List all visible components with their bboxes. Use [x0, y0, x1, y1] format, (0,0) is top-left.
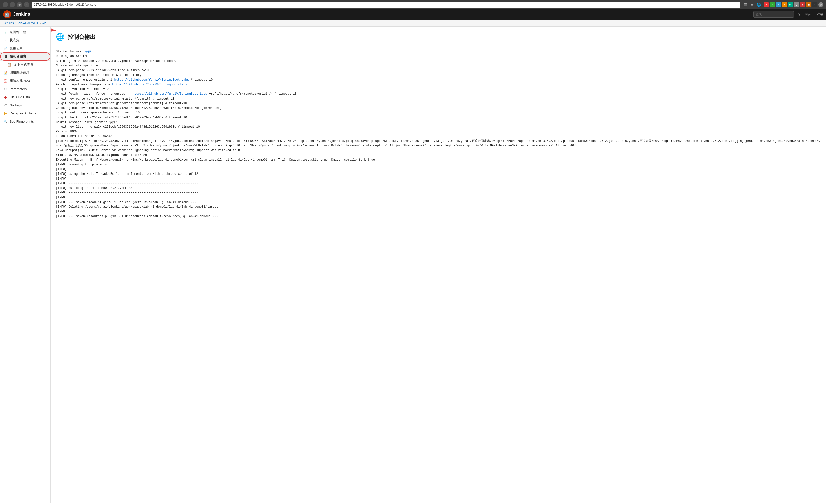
ext1-icon[interactable]: V [764, 2, 769, 7]
edit-icon: 📝 [3, 70, 8, 75]
header-user-links: 芋芬 | 注销 [805, 12, 823, 16]
browser-extensions: V N ✓ 7 on J ● ■ ♦ ☺ [764, 2, 823, 7]
ext2-icon[interactable]: N [770, 2, 775, 7]
console-title: 控制台输出 [68, 33, 96, 41]
bookmark-icon[interactable]: ★ [750, 2, 755, 7]
ext7-icon[interactable]: ● [800, 2, 805, 7]
sidebar-label-status: 状态集 [10, 38, 19, 43]
logout-link[interactable]: 注销 [817, 12, 823, 16]
sidebar-item-redeploy[interactable]: ▶ Redeploy Artifacts [0, 109, 50, 117]
ext4-icon[interactable]: 7 [782, 2, 787, 7]
reload-button[interactable]: ↻ [17, 2, 22, 7]
sidebar-label-delete: 删除构建 '#23' [10, 78, 31, 83]
jenkins-logo[interactable]: 🤖 Jenkins [3, 10, 30, 18]
forward-button[interactable]: → [10, 2, 15, 7]
sidebar-label-redeploy: Redeploy Artifacts [10, 112, 36, 115]
ext5-icon[interactable]: on [788, 2, 793, 7]
status-icon: ⚬ [3, 38, 8, 43]
sidebar-item-delete[interactable]: 🚫 删除构建 '#23' [0, 77, 50, 85]
jenkins-title: Jenkins [13, 12, 30, 17]
sidebar-item-console[interactable]: 🖥 控制台输出 [0, 52, 50, 61]
sidebar-item-changelog[interactable]: 📄 变更记录 [0, 44, 50, 52]
sidebar-label-params: Parameters [10, 87, 26, 91]
back-button[interactable]: ← [3, 2, 8, 7]
fingerprint-icon: 🔍 [3, 119, 8, 124]
git-url-link3[interactable]: https://github.com/YunaiV/SpringBoot-Lab… [132, 92, 207, 96]
help-icon[interactable]: ? [797, 12, 802, 17]
line-started-by: Started by user 芋芬 Running as SYSTEM Bui… [56, 50, 820, 218]
return-icon: ↑ [3, 30, 8, 35]
sidebar-label-git: Git Build Data [10, 95, 30, 99]
browser-actions: ☰ ★ 🌐 [743, 2, 761, 7]
browser-bar: ← → ↻ ⌂ 127.0.0.1:8080/job/lab-41-demo01… [0, 0, 826, 9]
sidebar-label-changelog: 变更记录 [10, 46, 23, 51]
breadcrumb-jenkins[interactable]: Jenkins [4, 21, 14, 25]
jenkins-logo-icon: 🤖 [3, 10, 11, 18]
header-separator: | [814, 13, 814, 16]
breadcrumb-job[interactable]: lab-41-demo01 [18, 21, 39, 25]
sidebar-label-textview: 文本方式查看 [14, 62, 34, 67]
textview-icon: 📋 [7, 62, 12, 67]
globe-decoration: 🌐 [56, 33, 65, 41]
console-area: 🌐 控制台输出 Started by user 芋芬 Running as SY… [51, 26, 826, 503]
sidebar-item-fingerprint[interactable]: 🔍 See Fingerprints [0, 117, 50, 125]
breadcrumb-sep1: › [15, 21, 16, 25]
ext9-icon[interactable]: ♦ [812, 2, 817, 7]
delete-icon: 🚫 [3, 78, 8, 83]
sidebar-item-status[interactable]: ⚬ 状态集 [0, 36, 50, 44]
breadcrumb-build[interactable]: #23 [42, 21, 47, 25]
git-icon: ◆ [3, 95, 8, 99]
ext3-icon[interactable]: ✓ [776, 2, 781, 7]
console-icon: 🖥 [3, 54, 8, 59]
redeploy-icon: ▶ [3, 111, 8, 116]
breadcrumb: Jenkins › lab-41-demo01 › #23 [0, 20, 826, 26]
user-link[interactable]: 芋芬 [805, 12, 811, 16]
changelog-icon: 📄 [3, 46, 8, 51]
ext10-icon[interactable]: ☺ [818, 2, 823, 7]
home-button[interactable]: ⌂ [24, 2, 30, 7]
git-url-link1[interactable]: https://github.com/YunaiV/SpringBoot-Lab… [114, 78, 189, 81]
ext8-icon[interactable]: ■ [806, 2, 811, 7]
sidebar-item-tags[interactable]: 🏷 No Tags [0, 101, 50, 109]
address-text: 127.0.0.1:8080/job/lab-41-demo01/23/cons… [34, 3, 96, 6]
sidebar-label-fingerprint: See Fingerprints [10, 120, 34, 123]
user-link-芋芬[interactable]: 芋芬 [85, 50, 91, 53]
browser-nav-buttons: ← → ↻ ⌂ [3, 2, 30, 7]
sidebar-item-git[interactable]: ◆ Git Build Data [0, 93, 50, 101]
sidebar-item-params[interactable]: ⚙ Parameters [0, 85, 50, 93]
console-title-row: 🌐 控制台输出 [56, 33, 821, 41]
main-layout: ↑ 返回到工程 ⚬ 状态集 📄 变更记录 🖥 控制台输出 📋 文本方式查看 📝 [0, 26, 826, 503]
breadcrumb-sep2: › [40, 21, 41, 25]
globe-icon: 🌐 [756, 2, 761, 7]
sidebar-label-console: 控制台输出 [10, 54, 26, 59]
sidebar-label-edit: 编辑编详信息 [10, 70, 30, 75]
header-search-input[interactable] [753, 11, 794, 18]
tags-icon: 🏷 [3, 103, 8, 107]
sidebar-label-tags: No Tags [10, 103, 21, 107]
sidebar-item-textview[interactable]: 📋 文本方式查看 [0, 61, 50, 69]
jenkins-header: 🤖 Jenkins ? 芋芬 | 注销 [0, 9, 826, 20]
address-bar[interactable]: 127.0.0.1:8080/job/lab-41-demo01/23/cons… [32, 2, 741, 8]
ext6-icon[interactable]: J [794, 2, 799, 7]
git-url-link2[interactable]: https://github.com/YunaiV/SpringBoot-Lab… [112, 83, 187, 86]
sidebar-item-return[interactable]: ↑ 返回到工程 [0, 28, 50, 36]
sidebar-item-edit[interactable]: 📝 编辑编详信息 [0, 69, 50, 77]
sidebar-label-return: 返回到工程 [10, 30, 26, 35]
sidebar: ↑ 返回到工程 ⚬ 状态集 📄 变更记录 🖥 控制台输出 📋 文本方式查看 📝 [0, 26, 51, 503]
console-output: Started by user 芋芬 Running as SYSTEM Bui… [56, 45, 821, 224]
menu-icon[interactable]: ☰ [743, 2, 748, 7]
params-icon: ⚙ [3, 86, 8, 91]
